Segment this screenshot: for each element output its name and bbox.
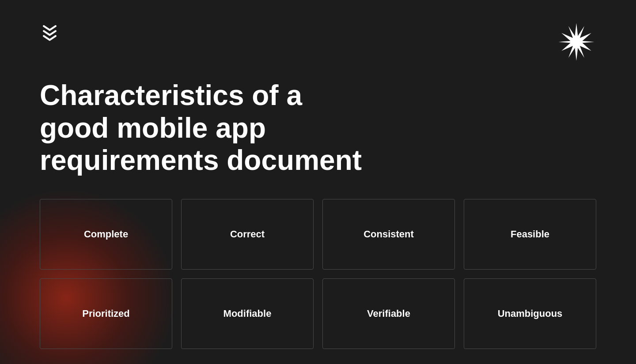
card-prioritized-label: Prioritized: [82, 308, 130, 319]
card-complete-label: Complete: [84, 229, 128, 240]
page-title: Characteristics of a good mobile app req…: [40, 79, 371, 177]
card-complete: Complete: [40, 199, 172, 270]
svg-marker-0: [559, 23, 594, 61]
card-consistent: Consistent: [322, 199, 455, 270]
card-prioritized: Prioritized: [40, 278, 172, 349]
characteristics-grid: Complete Correct Consistent Feasible Pri…: [40, 199, 596, 349]
card-modifiable: Modifiable: [181, 278, 314, 349]
card-modifiable-label: Modifiable: [223, 308, 272, 319]
card-feasible-label: Feasible: [511, 229, 549, 240]
main-content: Characteristics of a good mobile app req…: [0, 0, 636, 364]
header: [40, 22, 596, 62]
card-correct: Correct: [181, 199, 314, 270]
card-consistent-label: Consistent: [363, 229, 414, 240]
brand-logo: [40, 22, 60, 42]
card-unambiguous: Unambiguous: [464, 278, 596, 349]
card-verifiable: Verifiable: [322, 278, 455, 349]
card-correct-label: Correct: [230, 229, 265, 240]
card-feasible: Feasible: [464, 199, 596, 270]
card-unambiguous-label: Unambiguous: [498, 308, 563, 319]
star-decoration-icon: [556, 22, 596, 62]
card-verifiable-label: Verifiable: [367, 308, 410, 319]
